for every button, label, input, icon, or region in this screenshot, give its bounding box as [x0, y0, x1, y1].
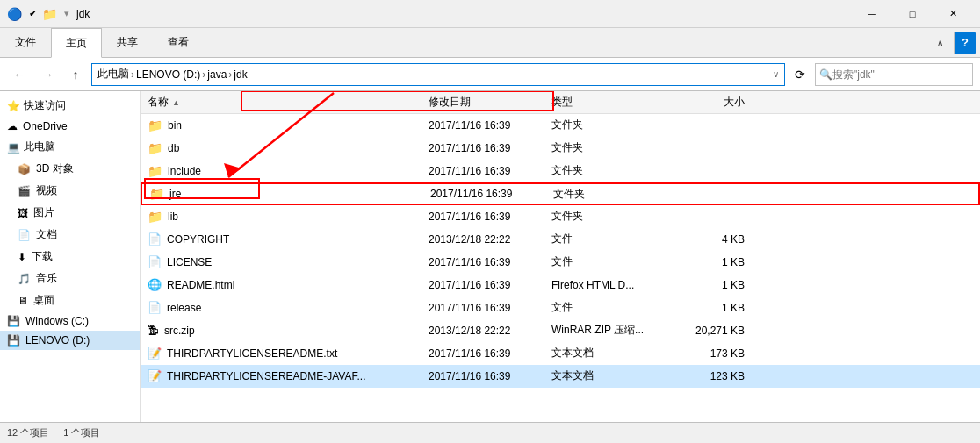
file-icon: 📄: [148, 301, 162, 314]
title-bar-icons: 🔵 ✔ 📁 ▾: [7, 7, 69, 21]
sidebar-item-3d[interactable]: 📦 3D 对象: [0, 158, 140, 180]
table-row[interactable]: 📁 jre 2017/11/16 16:39 文件夹: [141, 182, 980, 205]
status-bar: 12 个项目 1 个项目: [0, 422, 980, 443]
downloads-icon: ⬇: [18, 251, 26, 263]
col-header-name[interactable]: 名称 ▲: [148, 95, 429, 110]
sidebar-item-drive-c[interactable]: 💾 Windows (C:): [0, 311, 140, 331]
file-name: include: [168, 165, 201, 177]
file-icon: 🗜: [148, 324, 159, 337]
file-size: 1 KB: [674, 279, 745, 291]
sidebar-item-desktop[interactable]: 🖥 桌面: [0, 289, 140, 311]
file-name: README.html: [167, 279, 234, 291]
col-header-type[interactable]: 类型: [551, 95, 674, 110]
sidebar-item-pictures[interactable]: 🖼 图片: [0, 202, 140, 224]
file-type: 文件夹: [553, 187, 676, 202]
ribbon-right: ∧ ?: [927, 28, 980, 57]
file-icon: 🌐: [148, 278, 162, 291]
path-computer[interactable]: 此电脑: [97, 67, 129, 82]
file-type: 文件夹: [551, 140, 674, 155]
file-name: COPYRIGHT: [167, 233, 229, 246]
drive-d-icon: 💾: [7, 334, 20, 347]
tab-home[interactable]: 主页: [51, 28, 102, 58]
table-row[interactable]: 📄 release 2017/11/16 16:39 文件 1 KB: [141, 297, 980, 319]
ribbon-collapse-button[interactable]: ∧: [927, 31, 952, 55]
address-bar: ← → ↑ 此电脑 › LENOVO (D:) › java › jdk ∨ ⟳…: [0, 58, 980, 91]
tab-file[interactable]: 文件: [0, 28, 51, 57]
file-size: 4 KB: [674, 233, 745, 246]
sidebar-item-thispc[interactable]: 💻 此电脑: [0, 136, 140, 158]
search-box[interactable]: 🔍: [815, 63, 973, 86]
sidebar-item-music[interactable]: 🎵 音乐: [0, 268, 140, 289]
file-icon: 📄: [148, 232, 162, 246]
table-row[interactable]: 📁 bin 2017/11/16 16:39 文件夹: [141, 114, 980, 137]
drive-c-icon: 💾: [7, 315, 20, 327]
table-row[interactable]: 📄 COPYRIGHT 2013/12/18 22:22 文件 4 KB: [141, 228, 980, 251]
back-button[interactable]: ←: [7, 62, 32, 87]
file-size: 173 KB: [674, 347, 745, 360]
file-date: 2013/12/18 22:22: [429, 233, 551, 246]
file-name: release: [167, 302, 201, 314]
tab-share[interactable]: 共享: [102, 28, 153, 57]
file-date: 2017/11/16 16:39: [429, 142, 551, 154]
documents-icon: 📄: [18, 229, 31, 241]
file-icon: 📝: [148, 369, 162, 382]
table-row[interactable]: 📁 db 2017/11/16 16:39 文件夹: [141, 137, 980, 160]
selected-count: 1 个项目: [63, 426, 100, 439]
table-row[interactable]: 📁 lib 2017/11/16 16:39 文件夹: [141, 205, 980, 228]
sidebar-item-drive-d[interactable]: 💾 LENOVO (D:): [0, 331, 140, 350]
col-header-date[interactable]: 修改日期: [429, 95, 551, 110]
sidebar: ⭐ 快速访问 ☁ OneDrive 💻 此电脑 📦 3D 对象 🎬 视频 🖼 图…: [0, 91, 141, 422]
path-drive[interactable]: LENOVO (D:): [136, 68, 200, 81]
file-list-header: 名称 ▲ 修改日期 类型 大小: [141, 91, 980, 114]
dropdown-icon[interactable]: ∨: [773, 69, 779, 79]
file-icon: 📁: [148, 118, 162, 132]
table-row[interactable]: 📝 THIRDPARTYLICENSEREADME-JAVAF... 2017/…: [141, 365, 980, 388]
3d-icon: 📦: [18, 163, 31, 175]
file-name: jre: [169, 188, 181, 200]
sidebar-item-onedrive[interactable]: ☁ OneDrive: [0, 117, 140, 136]
file-date: 2017/11/16 16:39: [429, 256, 551, 268]
maximize-button[interactable]: □: [892, 0, 933, 28]
file-icon: 📝: [148, 347, 162, 360]
file-type: 文本文档: [551, 368, 674, 383]
path-java[interactable]: java: [207, 68, 227, 81]
refresh-button[interactable]: ⟳: [789, 63, 811, 86]
file-name: src.zip: [164, 325, 195, 337]
file-type: 文本文档: [551, 346, 674, 361]
col-header-size[interactable]: 大小: [674, 95, 745, 110]
table-row[interactable]: 🌐 README.html 2017/11/16 16:39 Firefox H…: [141, 274, 980, 297]
tab-view[interactable]: 查看: [153, 28, 204, 57]
file-name: db: [168, 142, 179, 154]
up-button[interactable]: ↑: [63, 62, 88, 87]
sidebar-item-documents[interactable]: 📄 文档: [0, 224, 140, 246]
picture-icon: 🖼: [18, 207, 28, 219]
item-count: 12 个项目: [7, 426, 49, 439]
file-date: 2017/11/16 16:39: [429, 165, 551, 177]
close-button[interactable]: ✕: [933, 0, 973, 28]
table-row[interactable]: 📁 include 2017/11/16 16:39 文件夹: [141, 160, 980, 182]
sidebar-item-video[interactable]: 🎬 视频: [0, 180, 140, 202]
help-button[interactable]: ?: [954, 32, 976, 54]
content-wrapper: 名称 ▲ 修改日期 类型 大小 📁 bin 2017/11/16 16:39 文…: [141, 91, 980, 422]
file-icon: 📄: [148, 255, 162, 268]
sidebar-item-quick-access[interactable]: ⭐ 快速访问: [0, 95, 140, 117]
address-path[interactable]: 此电脑 › LENOVO (D:) › java › jdk ∨: [91, 63, 785, 86]
sort-arrow: ▲: [172, 98, 180, 107]
table-row[interactable]: 📝 THIRDPARTYLICENSEREADME.txt 2017/11/16…: [141, 342, 980, 365]
file-size: 20,271 KB: [674, 325, 745, 337]
file-name: lib: [168, 211, 178, 223]
file-date: 2017/11/16 16:39: [430, 188, 553, 200]
sidebar-item-downloads[interactable]: ⬇ 下载: [0, 246, 140, 268]
path-jdk[interactable]: jdk: [234, 68, 247, 81]
forward-button[interactable]: →: [35, 62, 60, 87]
file-size: 1 KB: [674, 256, 745, 268]
search-input[interactable]: [832, 68, 969, 81]
title-bar: 🔵 ✔ 📁 ▾ jdk ─ □ ✕: [0, 0, 980, 28]
file-name: LICENSE: [167, 256, 212, 268]
file-type: WinRAR ZIP 压缩...: [551, 323, 674, 338]
computer-icon: 💻: [7, 141, 20, 154]
file-name: THIRDPARTYLICENSEREADME-JAVAF...: [167, 370, 365, 382]
table-row[interactable]: 📄 LICENSE 2017/11/16 16:39 文件 1 KB: [141, 251, 980, 274]
minimize-button[interactable]: ─: [852, 0, 892, 28]
table-row[interactable]: 🗜 src.zip 2013/12/18 22:22 WinRAR ZIP 压缩…: [141, 319, 980, 342]
